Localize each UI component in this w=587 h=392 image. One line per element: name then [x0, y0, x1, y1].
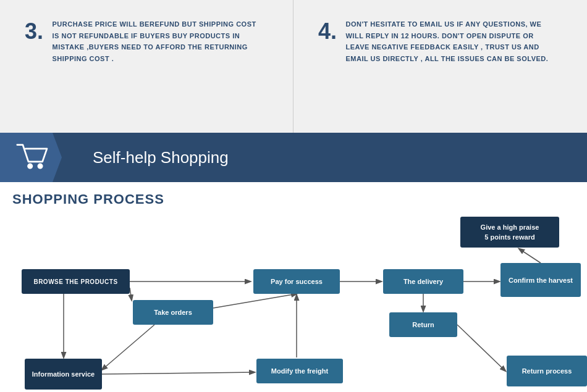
box-return-process: Return process — [507, 356, 587, 386]
step3-number: 3. — [25, 19, 43, 44]
box-confirm: Confirm the harvest — [500, 263, 581, 297]
flow-diagram: BROWSE THE PRODUCTS Take orders Pay for … — [12, 217, 587, 390]
banner-title: Self-help Shopping — [93, 148, 229, 167]
svg-point-0 — [27, 164, 33, 169]
cart-icon-bg — [0, 133, 62, 182]
box-take-orders: Take orders — [133, 300, 213, 325]
svg-line-13 — [102, 325, 154, 370]
svg-line-4 — [130, 288, 132, 300]
process-title: SHOPPING PROCESS — [12, 191, 575, 207]
step3-panel: 3. PURCHASE PRICE WILL BEREFUND BUT SHIP… — [0, 0, 294, 133]
box-delivery: The delivery — [383, 269, 463, 294]
cart-icon — [14, 142, 48, 173]
process-section: SHOPPING PROCESS — [0, 182, 587, 392]
step4-number: 4. — [318, 19, 337, 44]
box-info-service: Information service — [25, 359, 102, 390]
svg-line-14 — [457, 325, 505, 371]
top-section: 3. PURCHASE PRICE WILL BEREFUND BUT SHIP… — [0, 0, 587, 133]
box-pay: Pay for success — [253, 269, 340, 294]
step4-text: DON'T HESITATE TO EMAIL US IF ANY QUESTI… — [345, 19, 559, 65]
step3-text: PURCHASE PRICE WILL BEREFUND BUT SHIPPIN… — [52, 19, 264, 65]
step4-panel: 4. DON'T HESITATE TO EMAIL US IF ANY QUE… — [294, 0, 587, 133]
svg-line-11 — [102, 372, 255, 374]
svg-line-8 — [519, 249, 541, 263]
banner: Self-help Shopping — [0, 133, 587, 182]
box-high-praise: Give a high praise 5 points reward — [460, 217, 559, 248]
box-browse: BROWSE THE PRODUCTS — [22, 269, 130, 294]
svg-line-5 — [213, 294, 297, 308]
box-modify-freight: Modify the freight — [256, 359, 343, 383]
box-return: Return — [389, 312, 457, 337]
svg-point-1 — [37, 164, 43, 169]
